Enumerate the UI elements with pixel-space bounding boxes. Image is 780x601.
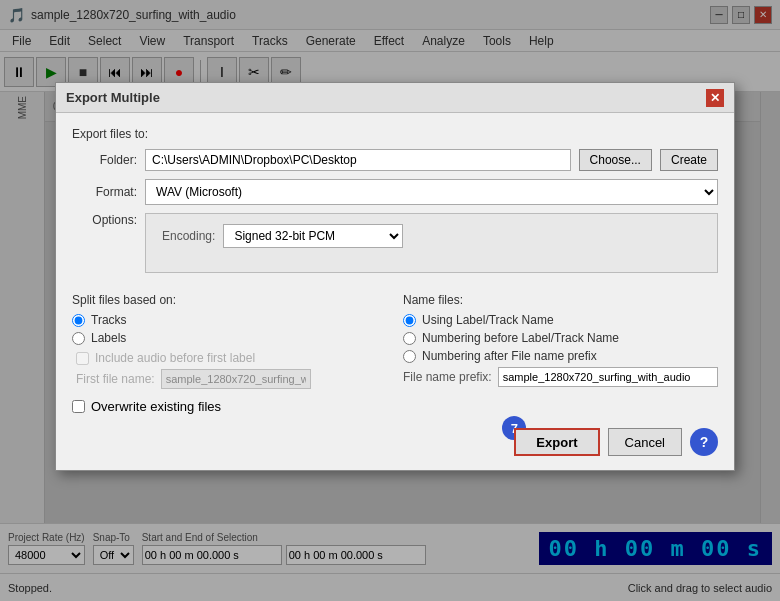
radio-using-label-row[interactable]: Using Label/Track Name (403, 313, 718, 327)
dialog-close-button[interactable]: ✕ (706, 89, 724, 107)
radio-numbering-before[interactable] (403, 332, 416, 345)
radio-tracks-label: Tracks (91, 313, 127, 327)
first-file-label: First file name: (76, 372, 155, 386)
radio-numbering-after[interactable] (403, 350, 416, 363)
split-radio-group: Tracks Labels (72, 313, 387, 345)
options-label: Options: (72, 213, 137, 227)
export-wrapper: 7 Export (514, 428, 599, 456)
radio-labels-row[interactable]: Labels (72, 331, 387, 345)
radio-using-label-text: Using Label/Track Name (422, 313, 554, 327)
prefix-input[interactable] (498, 367, 718, 387)
split-col: Split files based on: Tracks Labels (72, 293, 387, 389)
folder-input[interactable] (145, 149, 571, 171)
split-title: Split files based on: (72, 293, 387, 307)
dialog-title-bar: Export Multiple ✕ (56, 83, 734, 113)
include-audio-row: Include audio before first label (76, 351, 387, 365)
file-prefix-row: File name prefix: (403, 367, 718, 387)
include-audio-label: Include audio before first label (95, 351, 255, 365)
format-label: Format: (72, 185, 137, 199)
format-row: Format: WAV (Microsoft) (72, 179, 718, 205)
radio-numbering-before-text: Numbering before Label/Track Name (422, 331, 619, 345)
overwrite-row: Overwrite existing files (72, 399, 718, 414)
encoding-label: Encoding: (162, 229, 215, 243)
name-radio-group: Using Label/Track Name Numbering before … (403, 313, 718, 363)
export-button[interactable]: Export (514, 428, 599, 456)
folder-row: Folder: Choose... Create (72, 149, 718, 171)
split-name-section: Split files based on: Tracks Labels (72, 293, 718, 389)
include-audio-checkbox[interactable] (76, 352, 89, 365)
radio-labels[interactable] (72, 332, 85, 345)
radio-tracks-row[interactable]: Tracks (72, 313, 387, 327)
radio-numbering-after-row[interactable]: Numbering after File name prefix (403, 349, 718, 363)
cancel-button[interactable]: Cancel (608, 428, 682, 456)
first-file-row: First file name: (76, 369, 387, 389)
dialog-buttons: 7 Export Cancel ? (72, 428, 718, 456)
folder-label: Folder: (72, 153, 137, 167)
options-row: Options: Encoding: Signed 32-bit PCM (72, 213, 718, 285)
dialog-title: Export Multiple (66, 90, 160, 105)
encoding-row: Encoding: Signed 32-bit PCM (162, 224, 701, 248)
radio-labels-label: Labels (91, 331, 126, 345)
overwrite-checkbox[interactable] (72, 400, 85, 413)
name-col: Name files: Using Label/Track Name Numbe… (403, 293, 718, 389)
name-files-title: Name files: (403, 293, 718, 307)
create-button[interactable]: Create (660, 149, 718, 171)
export-multiple-dialog: Export Multiple ✕ Export files to: Folde… (55, 82, 735, 471)
format-select[interactable]: WAV (Microsoft) (145, 179, 718, 205)
overwrite-label: Overwrite existing files (91, 399, 221, 414)
radio-using-label[interactable] (403, 314, 416, 327)
radio-numbering-after-text: Numbering after File name prefix (422, 349, 597, 363)
first-file-input[interactable] (161, 369, 311, 389)
export-files-to-label: Export files to: (72, 127, 718, 141)
prefix-label: File name prefix: (403, 370, 492, 384)
radio-tracks[interactable] (72, 314, 85, 327)
encoding-select[interactable]: Signed 32-bit PCM (223, 224, 403, 248)
choose-button[interactable]: Choose... (579, 149, 652, 171)
options-box: Encoding: Signed 32-bit PCM (145, 213, 718, 273)
radio-numbering-before-row[interactable]: Numbering before Label/Track Name (403, 331, 718, 345)
help-button[interactable]: ? (690, 428, 718, 456)
